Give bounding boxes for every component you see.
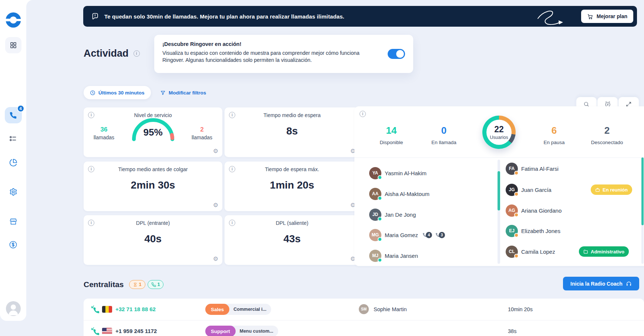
upgrade-plan-button[interactable]: Mejorar plan xyxy=(581,10,633,23)
outgoing-calls-count: 3 xyxy=(439,232,445,238)
user-avatar[interactable] xyxy=(6,301,21,316)
status-dot xyxy=(378,217,382,221)
content-corner xyxy=(26,0,35,9)
card-settings-icon[interactable]: ⚙ xyxy=(213,148,218,154)
modify-filters-button[interactable]: Modificar filtros xyxy=(160,88,206,97)
panel-divider xyxy=(354,157,644,158)
apps-grid-button[interactable] xyxy=(5,37,21,53)
user-row[interactable]: YA Yasmin Al-Hakim xyxy=(369,166,426,180)
stat-paused-value: 6 xyxy=(530,125,578,136)
user-row[interactable]: CL Camila Lopez xyxy=(506,244,555,259)
kpi-card-max-wait: i Tiempo de espera máx. 1min 20s ⚙ xyxy=(225,162,360,211)
users-info-icon[interactable]: i xyxy=(360,111,366,117)
sidebar-item-settings[interactable] xyxy=(5,184,21,200)
centralita-row[interactable]: +32 71 18 88 62 Sales Commercial i... SM… xyxy=(84,299,644,320)
page-title-text: Actividad xyxy=(84,48,129,59)
flag-belgium-icon xyxy=(102,306,112,313)
outgoing-calls-badge: 3 xyxy=(435,232,445,238)
answered-calls-label: llamadas xyxy=(87,134,121,140)
avatar: JD xyxy=(369,209,381,221)
card-settings-icon[interactable]: ⚙ xyxy=(213,256,218,262)
incoming-call-icon xyxy=(91,327,100,336)
scrollbar-thumb[interactable] xyxy=(498,171,500,210)
page-info-icon[interactable]: i xyxy=(134,50,140,57)
time-range-filter[interactable]: Últimos 30 minutos xyxy=(84,86,151,99)
user-name: Fatima Al-Farsi xyxy=(521,166,559,172)
queue-detail: Menu custom... xyxy=(236,329,278,334)
phone-number[interactable]: +1 959 245 1172 xyxy=(115,328,157,334)
user-name: Juan García xyxy=(521,187,552,193)
status-dot xyxy=(378,175,382,180)
user-name: Maria Gomez xyxy=(385,232,418,238)
user-row[interactable]: AG Ariana Giordano xyxy=(506,203,562,218)
pie-chart-icon xyxy=(9,159,17,167)
missed-calls-value: 2 xyxy=(185,126,219,133)
status-dot xyxy=(514,233,519,237)
demo-mode-card: ¡Descubre Ringover en acción! Visualiza … xyxy=(154,35,413,73)
dollar-icon xyxy=(9,240,17,249)
status-tag-admin: Administrativo xyxy=(579,246,629,257)
users-total-label: Usuarios xyxy=(490,135,508,140)
ringover-logo[interactable] xyxy=(6,12,21,28)
flag-usa-icon xyxy=(102,328,112,335)
radio-coach-button[interactable]: Inicia la Radio Coach xyxy=(563,277,639,290)
kpi-value: 8s xyxy=(225,125,360,137)
queue-tag-group: Support Menu custom... xyxy=(205,326,278,336)
oncall-count-pill: 1 xyxy=(148,280,164,289)
user-name: Maria Jansen xyxy=(385,253,418,259)
kpi-title: Tiempo medio de espera xyxy=(225,112,360,118)
demo-toggle[interactable] xyxy=(388,49,405,59)
card-settings-icon[interactable]: ⚙ xyxy=(213,202,218,208)
hourglass-icon xyxy=(133,282,138,287)
agent-cell: SM Sophie Martin xyxy=(359,304,407,314)
kpi-title: Tiempo medio antes de colgar xyxy=(84,166,222,172)
centralita-row[interactable]: +1 959 245 1172 Support Menu custom... 3… xyxy=(84,320,644,336)
phone-number-link[interactable]: +32 71 18 88 62 xyxy=(115,306,156,312)
stat-paused: 6 En pausa xyxy=(530,125,578,145)
avatar: FA xyxy=(506,163,518,175)
stat-on-call-value: 0 xyxy=(420,125,468,136)
sidebar-item-statistics[interactable] xyxy=(5,154,21,171)
user-row[interactable]: FA Fatima Al-Farsi xyxy=(506,161,559,176)
avatar: MG xyxy=(369,229,381,241)
grid-icon xyxy=(10,41,17,49)
user-row[interactable]: JG Juan García xyxy=(506,182,552,197)
status-dot xyxy=(514,254,519,258)
stat-on-call: 0 En llamada xyxy=(420,125,468,145)
kpi-value: 40s xyxy=(84,233,222,245)
user-name: Aisha Al-Maktoum xyxy=(385,191,429,197)
avatar: JG xyxy=(506,184,518,196)
user-name: Elizabeth Jones xyxy=(521,228,560,234)
stat-available: 14 Disponible xyxy=(367,125,415,145)
oncall-count: 1 xyxy=(158,282,160,287)
kpi-title: DPL (entrante) xyxy=(84,220,222,226)
sidebar-item-tasks[interactable] xyxy=(5,130,21,147)
user-row[interactable]: JD Jan De Jong xyxy=(369,207,416,222)
gear-icon xyxy=(9,188,17,196)
user-row[interactable]: MG Maria Gomez 4 3 xyxy=(369,227,445,242)
queue-detail: Commercial i... xyxy=(229,307,271,312)
headphones-icon xyxy=(626,281,632,287)
user-row[interactable]: AA Aisha Al-Maktoum xyxy=(369,186,429,201)
page-title: Actividad i xyxy=(84,48,140,59)
avatar: EJ xyxy=(506,225,518,237)
status-dot xyxy=(514,171,519,175)
sidebar-item-billing[interactable] xyxy=(5,236,21,253)
arrow-doodle-icon xyxy=(536,8,568,25)
call-duration: 10min 20s xyxy=(508,306,533,312)
avatar: MJ xyxy=(369,250,381,262)
stat-available-value: 14 xyxy=(367,125,415,136)
user-row[interactable]: EJ Elizabeth Jones xyxy=(506,223,560,238)
person-icon xyxy=(6,301,21,316)
time-range-label: Últimos 30 minutos xyxy=(98,90,145,96)
incoming-calls-badge: 4 xyxy=(422,232,432,238)
user-row[interactable]: MJ Maria Jansen xyxy=(369,248,418,263)
scrollbar-thumb[interactable] xyxy=(641,157,644,225)
users-total-value: 22 xyxy=(494,124,504,134)
user-name: Yasmin Al-Hakim xyxy=(385,170,426,176)
folder-icon xyxy=(583,249,588,254)
sidebar-item-calls[interactable]: 4 xyxy=(5,107,22,123)
cart-icon xyxy=(587,13,593,20)
sidebar-item-store[interactable] xyxy=(5,213,21,230)
stat-offline-label: Desconectado xyxy=(583,140,631,145)
